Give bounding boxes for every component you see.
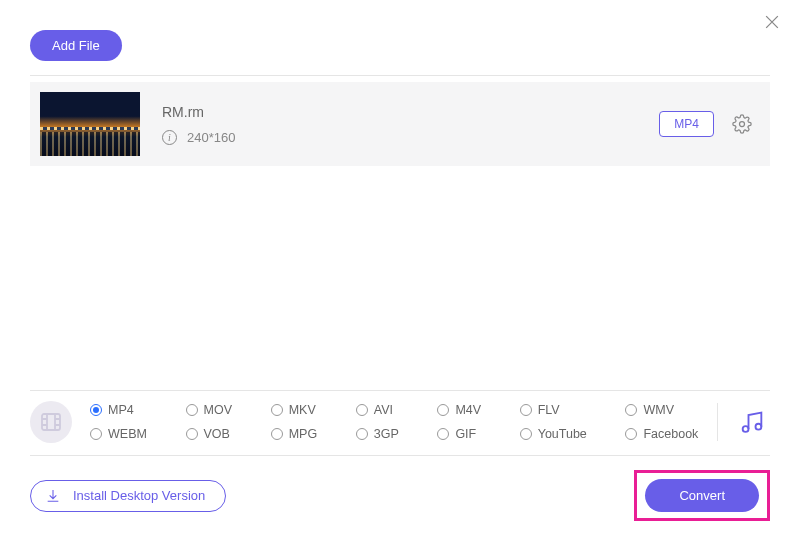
format-label: FLV bbox=[538, 403, 560, 417]
format-label: M4V bbox=[455, 403, 481, 417]
add-file-button[interactable]: Add File bbox=[30, 30, 122, 61]
info-icon[interactable]: i bbox=[162, 130, 177, 145]
format-option-3gp[interactable]: 3GP bbox=[356, 427, 410, 441]
format-option-webm[interactable]: WEBM bbox=[90, 427, 158, 441]
format-option-avi[interactable]: AVI bbox=[356, 403, 410, 417]
radio-icon bbox=[271, 404, 283, 416]
format-option-mkv[interactable]: MKV bbox=[271, 403, 328, 417]
radio-icon bbox=[186, 428, 198, 440]
install-desktop-label: Install Desktop Version bbox=[73, 488, 205, 503]
format-label: MP4 bbox=[108, 403, 134, 417]
download-icon bbox=[45, 488, 61, 504]
format-label: WMV bbox=[643, 403, 674, 417]
format-label: YouTube bbox=[538, 427, 587, 441]
format-option-mp4[interactable]: MP4 bbox=[90, 403, 158, 417]
format-option-flv[interactable]: FLV bbox=[520, 403, 598, 417]
format-label: Facebook bbox=[643, 427, 698, 441]
video-thumbnail[interactable] bbox=[40, 92, 140, 156]
music-icon[interactable] bbox=[738, 408, 766, 436]
radio-icon bbox=[186, 404, 198, 416]
file-info: RM.rm i 240*160 bbox=[162, 104, 659, 145]
svg-rect-1 bbox=[42, 414, 60, 430]
action-row: Install Desktop Version Convert bbox=[30, 456, 770, 521]
format-label: MKV bbox=[289, 403, 316, 417]
format-option-m4v[interactable]: M4V bbox=[437, 403, 491, 417]
convert-button[interactable]: Convert bbox=[645, 479, 759, 512]
film-icon[interactable] bbox=[30, 401, 72, 443]
install-desktop-button[interactable]: Install Desktop Version bbox=[30, 480, 226, 512]
divider bbox=[30, 75, 770, 76]
format-label: GIF bbox=[455, 427, 476, 441]
file-name: RM.rm bbox=[162, 104, 659, 120]
gear-icon[interactable] bbox=[732, 114, 752, 134]
format-option-mov[interactable]: MOV bbox=[186, 403, 243, 417]
convert-highlight: Convert bbox=[634, 470, 770, 521]
format-label: 3GP bbox=[374, 427, 399, 441]
format-label: MPG bbox=[289, 427, 317, 441]
radio-icon bbox=[356, 404, 368, 416]
close-icon[interactable] bbox=[762, 12, 782, 32]
format-option-vob[interactable]: VOB bbox=[186, 427, 243, 441]
format-option-gif[interactable]: GIF bbox=[437, 427, 491, 441]
format-label: AVI bbox=[374, 403, 393, 417]
format-grid: MP4MOVMKVAVIM4VFLVWMVWEBMVOBMPG3GPGIFYou… bbox=[90, 403, 709, 441]
format-label: VOB bbox=[204, 427, 230, 441]
format-panel: MP4MOVMKVAVIM4VFLVWMVWEBMVOBMPG3GPGIFYou… bbox=[30, 390, 770, 456]
svg-point-0 bbox=[740, 122, 745, 127]
radio-icon bbox=[437, 428, 449, 440]
radio-icon bbox=[625, 404, 637, 416]
radio-icon bbox=[90, 428, 102, 440]
radio-icon bbox=[356, 428, 368, 440]
format-option-mpg[interactable]: MPG bbox=[271, 427, 328, 441]
radio-icon bbox=[520, 428, 532, 440]
radio-icon bbox=[90, 404, 102, 416]
file-resolution: 240*160 bbox=[187, 130, 235, 145]
radio-icon bbox=[520, 404, 532, 416]
header: Add File bbox=[0, 0, 800, 75]
format-option-facebook[interactable]: Facebook bbox=[625, 427, 709, 441]
svg-point-3 bbox=[756, 424, 762, 430]
format-label: WEBM bbox=[108, 427, 147, 441]
radio-icon bbox=[625, 428, 637, 440]
vertical-separator bbox=[717, 403, 718, 441]
file-row: RM.rm i 240*160 MP4 bbox=[30, 82, 770, 166]
svg-point-2 bbox=[743, 426, 749, 432]
format-label: MOV bbox=[204, 403, 232, 417]
radio-icon bbox=[437, 404, 449, 416]
target-format-button[interactable]: MP4 bbox=[659, 111, 714, 137]
format-option-youtube[interactable]: YouTube bbox=[520, 427, 598, 441]
format-option-wmv[interactable]: WMV bbox=[625, 403, 709, 417]
radio-icon bbox=[271, 428, 283, 440]
